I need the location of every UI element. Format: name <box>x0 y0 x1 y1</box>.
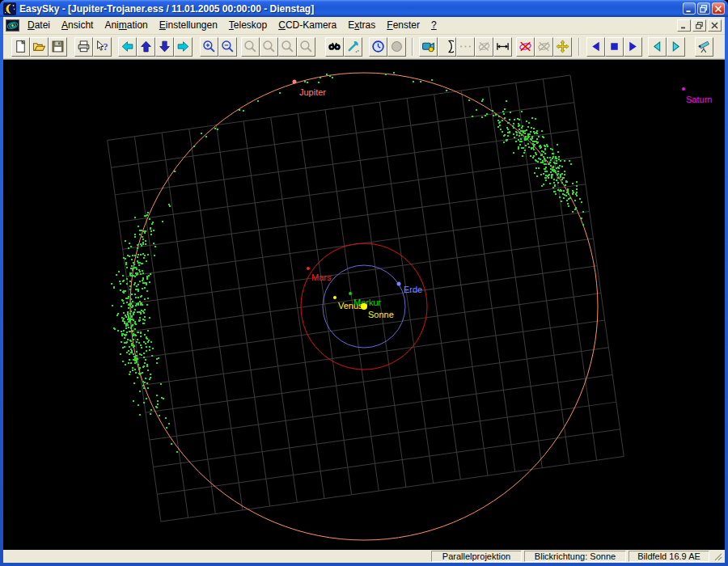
menu-fenster[interactable]: Fenster <box>381 17 425 34</box>
zoom-preset-3-button <box>278 37 297 57</box>
move-view-button[interactable] <box>553 37 572 57</box>
zoom-preset-2-button <box>260 37 278 57</box>
animate-forward-button[interactable] <box>624 37 642 57</box>
find-object-button[interactable] <box>325 37 344 57</box>
zoom-out-icon <box>221 40 235 53</box>
pan-right-button[interactable] <box>174 37 193 57</box>
planet-dot-mars[interactable] <box>307 267 310 270</box>
pan-up-icon <box>139 40 153 53</box>
step-forward-button[interactable] <box>667 37 685 57</box>
restore-button[interactable] <box>697 2 710 15</box>
document-system-icon[interactable] <box>6 19 19 32</box>
move-view-icon <box>556 40 569 53</box>
step-backward-icon <box>650 40 664 53</box>
toolbar-separator <box>578 38 580 56</box>
minimize-button[interactable] <box>683 2 696 15</box>
track-dots-icon <box>459 40 472 53</box>
zoom-preset-2-icon <box>262 40 276 53</box>
settings-tools-icon <box>346 40 360 53</box>
planet-dot-merkur[interactable] <box>349 292 352 295</box>
sky-circle-button <box>387 37 406 57</box>
save-button[interactable] <box>49 37 67 57</box>
mdi-minimize-button[interactable] <box>677 19 691 32</box>
animate-stop-button[interactable] <box>605 37 624 57</box>
menu-ansicht[interactable]: Ansicht <box>56 17 99 34</box>
planet-dot-erde[interactable] <box>397 282 401 286</box>
pan-left-icon <box>121 40 134 53</box>
orbits-alt-icon <box>537 40 551 53</box>
planet-label-saturn: Saturn <box>686 95 712 104</box>
menu-bar: DateiAnsichtAnimationEinstellungenTelesk… <box>3 17 725 35</box>
pan-up-button[interactable] <box>137 37 155 57</box>
sky-view[interactable]: JupiterSaturnMarsErdeVenusMerkurSonne <box>3 59 725 549</box>
menu-animation[interactable]: Animation <box>99 17 153 34</box>
measure-distance-button[interactable] <box>493 37 512 57</box>
pan-left-button[interactable] <box>118 37 137 57</box>
menu-?[interactable]: ? <box>425 17 442 34</box>
moon-phase-button[interactable] <box>438 37 456 57</box>
sky-canvas[interactable]: JupiterSaturnMarsErdeVenusMerkurSonne <box>3 60 725 550</box>
animate-backward-icon <box>589 40 603 53</box>
window-frame: DateiAnsichtAnimationEinstellungenTelesk… <box>3 17 725 563</box>
sky-circle-icon <box>390 40 404 53</box>
print-button[interactable] <box>74 37 93 57</box>
zoom-out-button[interactable] <box>218 37 237 57</box>
save-icon <box>51 40 65 53</box>
planet-dot-saturn[interactable] <box>682 87 685 91</box>
set-time-icon <box>371 40 385 53</box>
title-bar[interactable]: EasySky - [Jupiter-Trojaner.ess / 11.01.… <box>0 0 728 17</box>
mdi-close-button[interactable] <box>708 19 722 32</box>
sun-dot[interactable] <box>361 303 367 310</box>
ccd-camera-button[interactable] <box>419 37 438 57</box>
open-button[interactable] <box>30 37 49 57</box>
new-icon <box>14 40 28 53</box>
planet-dot-venus[interactable] <box>333 296 336 299</box>
easysky-window: EasySky - [Jupiter-Trojaner.ess / 11.01.… <box>0 0 728 566</box>
step-backward-button[interactable] <box>648 37 667 57</box>
pan-down-button[interactable] <box>155 37 174 57</box>
menu-extras[interactable]: Extras <box>342 17 381 34</box>
status-projection: Parallelprojektion <box>431 551 522 562</box>
zoom-in-icon <box>202 40 216 53</box>
app-icon <box>3 2 16 15</box>
ccd-camera-icon <box>421 40 435 53</box>
context-help-button[interactable]: ? <box>93 37 112 57</box>
zoom-in-button[interactable] <box>200 37 218 57</box>
toolbar: ? <box>3 35 725 59</box>
toolbar-separator <box>412 38 413 56</box>
animate-forward-icon <box>626 40 640 53</box>
mdi-restore-button[interactable] <box>692 19 706 32</box>
menu-teleskop[interactable]: Teleskop <box>223 17 273 34</box>
zoom-preset-4-button <box>297 37 315 57</box>
new-button[interactable] <box>11 37 30 57</box>
planet-dot-jupiter[interactable] <box>293 80 297 84</box>
find-object-icon <box>328 40 341 53</box>
menu-einstellungen[interactable]: Einstellungen <box>154 17 223 34</box>
step-forward-icon <box>669 40 683 53</box>
telescope-control-button[interactable] <box>695 37 713 57</box>
pan-right-icon <box>176 40 190 53</box>
context-help-icon: ? <box>95 40 109 53</box>
close-button[interactable] <box>712 2 725 15</box>
settings-tools-button[interactable] <box>344 37 362 57</box>
track-dots-button <box>456 37 475 57</box>
pan-down-icon <box>158 40 171 53</box>
status-view-direction: Blickrichtung: Sonne <box>524 551 626 562</box>
menu-datei[interactable]: Datei <box>22 17 56 34</box>
menu-items: DateiAnsichtAnimationEinstellungenTelesk… <box>22 17 677 34</box>
status-bar: ParallelprojektionBlickrichtung: SonneBi… <box>3 549 725 563</box>
mdi-window-buttons <box>677 19 722 32</box>
menu-ccdkamera[interactable]: CCD-Kamera <box>273 17 342 34</box>
animate-backward-button[interactable] <box>586 37 605 57</box>
measure-distance-icon <box>496 40 510 53</box>
zoom-preset-4-icon <box>299 40 313 53</box>
orbits-toggle-icon <box>518 40 532 53</box>
set-time-button[interactable] <box>369 37 387 57</box>
window-title: EasySky - [Jupiter-Trojaner.ess / 11.01.… <box>19 2 683 15</box>
zoom-preset-1-icon <box>243 40 257 53</box>
open-icon <box>32 40 46 53</box>
print-icon <box>77 40 91 53</box>
planet-label-erde: Erde <box>404 285 422 294</box>
resize-grip[interactable] <box>712 551 723 562</box>
orbits-toggle-button[interactable] <box>516 37 535 57</box>
